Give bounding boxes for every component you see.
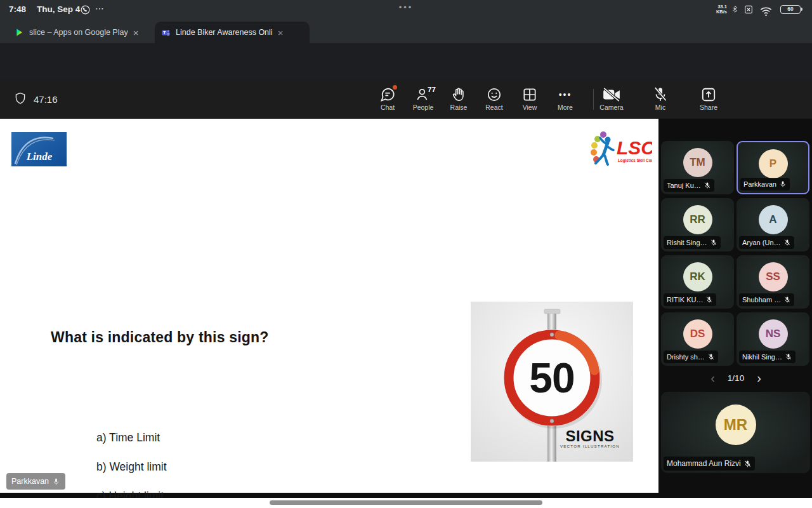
tab-teams-meeting[interactable]: Linde Biker Awareness Onli × — [155, 22, 310, 43]
answer-options: a) Time Limit b) Weight limit c) Height … — [96, 431, 167, 508]
window-handle-dots: ••• — [379, 3, 433, 12]
no-sim-icon — [743, 4, 754, 14]
horizontal-scrollbar[interactable] — [270, 500, 542, 505]
status-more-icon: ⋯ — [95, 3, 105, 13]
screen: 7:48 Thu, Sep 4 ⋯ ••• 33.1 KB/s 60 — [0, 0, 812, 508]
avatar: SS — [759, 262, 788, 291]
meeting-timer: 47:16 — [34, 94, 58, 105]
participant-tile[interactable]: P Parkkavan — [737, 141, 809, 194]
page-next-icon[interactable]: › — [757, 371, 761, 384]
participant-name-pill: Tanuj Ku… — [664, 179, 714, 192]
svg-text:Logistics Skill Council: Logistics Skill Council — [618, 158, 652, 163]
participant-name-pill: Drishty sh… — [664, 351, 718, 363]
shield-icon — [13, 91, 27, 107]
view-button[interactable]: View — [515, 80, 544, 119]
tab-google-play[interactable]: slice – Apps on Google Play × — [9, 22, 154, 43]
teams-icon — [161, 28, 171, 37]
meeting-stage: Linde LSC Logistics Skill Council What i… — [0, 119, 812, 498]
browser-tab-strip: slice – Apps on Google Play × Linde Bike… — [0, 19, 812, 43]
mic-muted-icon — [705, 296, 713, 304]
avatar: DS — [683, 319, 712, 349]
tab-title: slice – Apps on Google Play — [29, 28, 128, 37]
chat-notification-dot — [393, 85, 397, 90]
tab-title-fade — [277, 25, 293, 39]
participants-panel: TM Tanuj Ku… P Parkkavan RR Ri — [660, 119, 812, 498]
page-scroll-strip — [0, 498, 812, 508]
spotlight-tile[interactable]: MR Mohammad Aun Rizvi — [661, 392, 810, 473]
react-button[interactable]: React — [480, 80, 509, 119]
clock: 7:48 — [9, 4, 26, 14]
react-smiley-icon — [486, 86, 502, 103]
camera-off-icon — [602, 86, 621, 103]
camera-button[interactable]: Camera — [597, 80, 626, 111]
presenter-name: Parkkavan — [11, 477, 49, 486]
status-bar: 7:48 Thu, Sep 4 ⋯ ••• 33.1 KB/s 60 — [0, 0, 812, 19]
share-button[interactable]: Share — [694, 80, 723, 111]
participant-tile[interactable]: A Aryan (Un… — [737, 198, 809, 251]
linde-logo: Linde — [11, 132, 67, 166]
view-grid-icon — [521, 86, 538, 103]
mic-muted-icon — [783, 296, 791, 304]
speed-limit-sign-image: 50 SIGNS VECTOR ILLUSTRATION — [471, 302, 633, 462]
avatar: A — [759, 205, 788, 234]
roster-pagination: ‹ 1/10 › — [660, 370, 812, 385]
avatar: RK — [683, 262, 712, 291]
close-tab-icon[interactable]: × — [133, 28, 139, 37]
answer-option: b) Weight limit — [96, 460, 167, 473]
raise-hand-button[interactable]: Raise — [444, 80, 473, 119]
browser-toolbar: teams.microsoft.com/light-meetings/launc… — [0, 43, 812, 80]
chat-button[interactable]: Chat — [373, 80, 402, 119]
battery-indicator: 60 — [780, 5, 801, 14]
mic-button[interactable]: Mic — [646, 80, 675, 111]
google-play-icon — [15, 28, 24, 37]
more-button[interactable]: ••• More — [551, 80, 580, 119]
more-icon: ••• — [557, 86, 573, 103]
wifi-icon — [759, 4, 773, 15]
mic-muted-icon — [783, 239, 791, 246]
svg-text:50: 50 — [529, 354, 574, 401]
avatar: P — [759, 149, 788, 178]
whatsapp-notification-icon — [80, 4, 91, 15]
svg-text:LSC: LSC — [617, 137, 652, 158]
bluetooth-icon — [731, 4, 739, 15]
page-indicator: 1/10 — [728, 373, 744, 383]
participant-tile[interactable]: TM Tanuj Ku… — [661, 141, 734, 194]
svg-text:VECTOR ILLUSTRATION: VECTOR ILLUSTRATION — [560, 444, 620, 448]
network-speed: 33.1 KB/s — [705, 4, 727, 15]
toolbar-divider — [593, 89, 594, 110]
page-prev-icon[interactable]: ‹ — [710, 371, 715, 384]
presenter-name-overlay: Parkkavan — [6, 473, 65, 490]
date: Thu, Sep 4 — [37, 4, 80, 14]
svg-text:Linde: Linde — [26, 150, 53, 163]
mic-muted-icon — [785, 353, 792, 361]
people-button[interactable]: 77 People — [409, 80, 438, 119]
participant-tile[interactable]: RR Rishit Sing… — [661, 198, 734, 251]
mic-muted-icon — [743, 460, 752, 468]
mic-active-icon — [779, 180, 787, 188]
svg-text:SIGNS: SIGNS — [565, 427, 614, 444]
mic-muted-icon — [707, 353, 715, 361]
chat-icon — [379, 86, 396, 103]
participant-tile[interactable]: RK RITIK KU… — [661, 255, 734, 309]
mic-off-icon — [652, 86, 669, 103]
share-icon — [700, 86, 717, 103]
participant-tile[interactable]: NS Nikhil Sing… — [737, 312, 809, 366]
people-count: 77 — [428, 86, 436, 93]
mic-muted-icon — [710, 239, 717, 246]
participant-tile[interactable]: DS Drishty sh… — [661, 312, 734, 366]
shared-slide: Linde LSC Logistics Skill Council What i… — [0, 119, 658, 493]
mic-active-icon — [52, 478, 60, 486]
avatar: NS — [759, 319, 788, 349]
lsc-logo: LSC Logistics Skill Council — [589, 130, 652, 168]
participant-name-pill: Shubham … — [739, 293, 794, 306]
meeting-toolbar: 47:16 Chat 77 People — [0, 80, 812, 119]
participant-name-pill: Parkkavan — [740, 178, 790, 190]
raise-hand-icon — [450, 86, 467, 103]
participant-name-pill: Rishit Sing… — [664, 236, 721, 249]
avatar: TM — [683, 148, 712, 177]
participant-tile[interactable]: SS Shubham … — [737, 255, 809, 309]
answer-option: a) Time Limit — [96, 431, 167, 444]
participant-name-pill: RITIK KU… — [664, 293, 716, 306]
avatar: RR — [683, 205, 712, 234]
quiz-question: What is indicated by this sign? — [51, 329, 269, 346]
